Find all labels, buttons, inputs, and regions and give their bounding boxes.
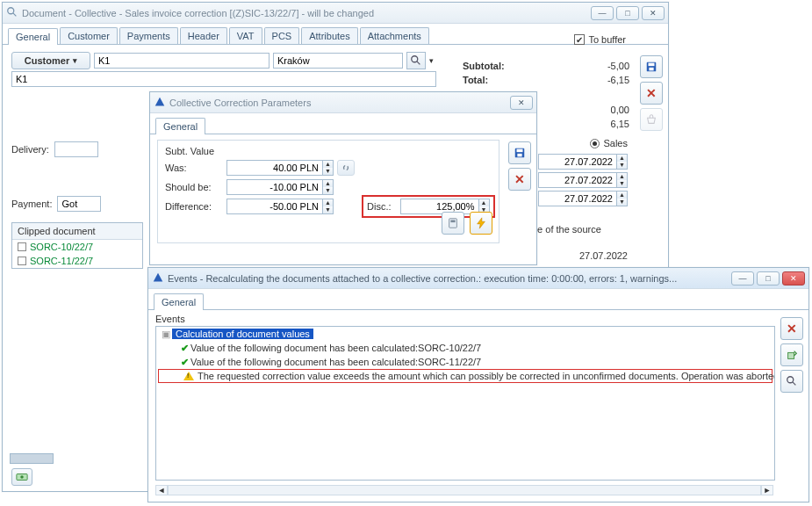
cancel-button[interactable]: ✕: [640, 82, 663, 105]
params-save-button[interactable]: [508, 141, 531, 164]
maximize-button[interactable]: □: [616, 6, 639, 20]
link-button[interactable]: [337, 160, 355, 176]
tab-general[interactable]: General: [8, 28, 58, 45]
spin-up-icon[interactable]: ▲: [617, 155, 627, 162]
floppy-icon: [645, 61, 658, 73]
events-horizontal-scrollbar[interactable]: ◄ ►: [155, 484, 773, 496]
params-tab-general[interactable]: General: [155, 118, 205, 134]
events-delete-button[interactable]: ✕: [780, 317, 803, 340]
tab-header[interactable]: Header: [180, 27, 227, 44]
date-input-3[interactable]: [538, 191, 617, 206]
spin-down-icon[interactable]: ▼: [617, 162, 627, 169]
app-icon: [154, 96, 166, 110]
delivery-input[interactable]: [54, 141, 98, 157]
tree-row[interactable]: ▣ Calculation of document values: [156, 327, 774, 341]
events-tree[interactable]: ▣ Calculation of document values ✔ Value…: [155, 326, 775, 481]
tab-attachments[interactable]: Attachments: [360, 27, 429, 44]
svg-rect-11: [517, 149, 523, 153]
svg-rect-13: [449, 219, 457, 228]
to-buffer-checkbox[interactable]: ✔: [574, 34, 585, 45]
spin-down-icon[interactable]: ▼: [323, 187, 333, 194]
sales-radio[interactable]: [590, 139, 600, 148]
spin-up-icon[interactable]: ▲: [323, 199, 333, 206]
close-button[interactable]: ✕: [642, 6, 665, 20]
params-cancel-button[interactable]: ✕: [508, 168, 531, 191]
date-field-3[interactable]: ▲▼: [538, 191, 628, 206]
date-field-1[interactable]: ▲▼: [538, 154, 628, 170]
customer-name-input[interactable]: [94, 53, 269, 69]
customer-city-input[interactable]: [273, 53, 403, 69]
spin-down-icon[interactable]: ▼: [617, 199, 627, 206]
params-close-button[interactable]: ✕: [510, 96, 533, 110]
tab-vat[interactable]: VAT: [229, 27, 262, 44]
date-field-2[interactable]: ▲▼: [538, 172, 628, 188]
tree-row[interactable]: ✔ Value of the following document has be…: [156, 355, 774, 369]
spin-up-icon[interactable]: ▲: [323, 180, 333, 187]
tab-customer[interactable]: Customer: [60, 27, 118, 44]
svg-point-2: [412, 56, 418, 62]
spin-down-icon[interactable]: ▼: [323, 206, 333, 213]
customer-button[interactable]: Customer ▾: [11, 52, 90, 69]
shouldbe-input[interactable]: [226, 179, 323, 195]
spin-up-icon[interactable]: ▲: [479, 199, 489, 206]
params-titlebar[interactable]: Collective Correction Parameters ✕: [150, 92, 536, 113]
spin-up-icon[interactable]: ▲: [617, 192, 627, 199]
document-titlebar[interactable]: Document - Collective - Sales invoice co…: [3, 3, 668, 24]
scroll-right-icon[interactable]: ►: [761, 485, 773, 495]
was-input[interactable]: [226, 160, 323, 176]
clipped-checkbox[interactable]: [18, 242, 26, 251]
events-maximize-button[interactable]: □: [757, 271, 780, 286]
basket-icon: [645, 113, 658, 126]
clipped-item[interactable]: SORC-11/22/7: [12, 254, 142, 268]
events-close-button[interactable]: ✕: [782, 271, 805, 286]
correction-params-dialog: Collective Correction Parameters ✕ Gener…: [149, 91, 537, 265]
tree-row[interactable]: ✔ Value of the following document has be…: [156, 341, 774, 355]
customer-line2-input[interactable]: [11, 71, 436, 87]
was-label: Was:: [165, 163, 226, 173]
date-input-1[interactable]: [538, 154, 617, 170]
events-titlebar[interactable]: Events - Recalculating the documents att…: [148, 268, 808, 289]
clipped-item[interactable]: SORC-10/22/7: [12, 240, 142, 254]
minimize-button[interactable]: —: [591, 6, 614, 20]
chevron-down-icon: ▾: [73, 56, 77, 65]
spin-up-icon[interactable]: ▲: [323, 161, 333, 168]
payment-input[interactable]: [57, 196, 101, 212]
spin-down-icon[interactable]: ▼: [617, 180, 627, 187]
svg-marker-16: [154, 272, 163, 281]
events-export-button[interactable]: [780, 343, 803, 366]
events-search-button[interactable]: [780, 370, 803, 393]
spin-down-icon[interactable]: ▼: [323, 168, 333, 175]
app-icon: [152, 271, 164, 286]
tab-payments[interactable]: Payments: [119, 27, 178, 44]
tree-collapse-icon[interactable]: ▣: [160, 329, 172, 340]
tree-warning-row[interactable]: The requested correction value exceeds t…: [158, 369, 772, 383]
customer-search-button[interactable]: [406, 52, 426, 69]
difference-field[interactable]: ▲▼: [226, 199, 334, 214]
check-icon: ✔: [181, 343, 189, 354]
basket-button: [640, 108, 663, 131]
save-button[interactable]: [640, 55, 663, 78]
spin-up-icon[interactable]: ▲: [617, 173, 627, 180]
tab-attributes[interactable]: Attributes: [301, 27, 357, 44]
events-tab-general[interactable]: General: [154, 293, 204, 310]
money-icon-button[interactable]: [11, 468, 32, 486]
clipped-checkbox[interactable]: [18, 257, 26, 265]
check-icon: ✔: [181, 357, 189, 368]
svg-rect-5: [649, 63, 655, 67]
events-minimize-button[interactable]: —: [731, 271, 754, 286]
customer-dropdown-icon[interactable]: ▾: [429, 56, 434, 65]
shouldbe-field[interactable]: ▲▼: [226, 179, 334, 195]
difference-input[interactable]: [226, 199, 323, 214]
banknote-icon: [16, 471, 28, 483]
payment-label: Payment:: [11, 199, 52, 209]
date-input-2[interactable]: [538, 172, 617, 188]
tab-pcs[interactable]: PCS: [264, 27, 300, 44]
lightning-button[interactable]: [470, 212, 492, 235]
lightning-icon: [475, 217, 487, 229]
source-date-value: 27.07.2022: [522, 250, 628, 261]
svg-rect-17: [788, 352, 794, 358]
was-field[interactable]: ▲▼: [226, 160, 334, 176]
scroll-left-icon[interactable]: ◄: [155, 485, 168, 495]
calculator-icon: [447, 217, 459, 229]
calculator-button[interactable]: [442, 212, 464, 235]
